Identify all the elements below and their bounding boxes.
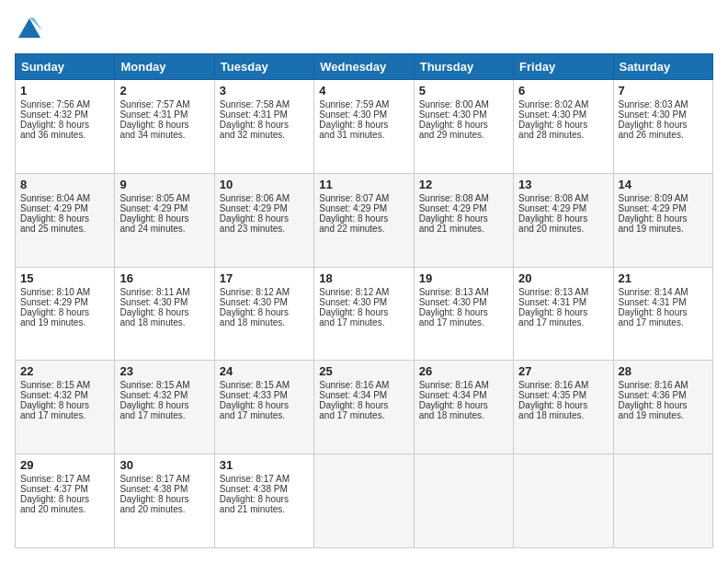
day-info: Sunrise: 7:56 AM xyxy=(20,99,109,109)
calendar-cell: 13Sunrise: 8:08 AMSunset: 4:29 PMDayligh… xyxy=(514,173,613,267)
calendar-cell: 16Sunrise: 8:11 AMSunset: 4:30 PMDayligh… xyxy=(115,267,214,361)
day-info: Daylight: 8 hours xyxy=(20,400,109,410)
day-number: 4 xyxy=(319,84,408,98)
day-info: Sunrise: 8:02 AM xyxy=(518,99,608,109)
calendar-cell: 31Sunrise: 8:17 AMSunset: 4:38 PMDayligh… xyxy=(214,454,313,548)
day-info: Daylight: 8 hours xyxy=(20,120,109,130)
logo xyxy=(15,15,48,44)
day-info: and 17 minutes. xyxy=(518,317,608,327)
day-info: Sunset: 4:37 PM xyxy=(20,484,109,494)
day-info: Daylight: 8 hours xyxy=(518,307,608,317)
day-info: Daylight: 8 hours xyxy=(518,120,608,130)
day-info: Daylight: 8 hours xyxy=(20,213,109,224)
day-number: 31 xyxy=(220,458,309,472)
day-info: Daylight: 8 hours xyxy=(518,400,608,410)
day-info: Sunset: 4:30 PM xyxy=(119,297,209,307)
day-info: Sunrise: 8:00 AM xyxy=(419,99,508,109)
day-info: and 20 minutes. xyxy=(518,224,608,234)
day-info: Sunrise: 7:58 AM xyxy=(220,99,309,109)
day-number: 25 xyxy=(319,364,408,378)
day-number: 15 xyxy=(20,271,109,285)
day-info: Sunset: 4:36 PM xyxy=(619,390,708,400)
day-number: 20 xyxy=(518,271,608,285)
weekday-header-row: SundayMondayTuesdayWednesdayThursdayFrid… xyxy=(16,54,713,80)
day-info: Sunrise: 8:17 AM xyxy=(20,474,109,484)
day-info: Sunrise: 8:15 AM xyxy=(220,380,309,390)
day-info: and 17 minutes. xyxy=(319,410,408,420)
day-info: Sunrise: 8:05 AM xyxy=(119,193,209,203)
day-info: Daylight: 8 hours xyxy=(619,213,708,224)
calendar-cell: 30Sunrise: 8:17 AMSunset: 4:38 PMDayligh… xyxy=(115,454,214,548)
day-info: and 17 minutes. xyxy=(319,317,408,327)
day-info: Daylight: 8 hours xyxy=(518,213,608,224)
calendar-cell: 1Sunrise: 7:56 AMSunset: 4:32 PMDaylight… xyxy=(16,80,115,174)
day-number: 17 xyxy=(220,271,309,285)
day-info: Sunrise: 8:13 AM xyxy=(419,287,508,297)
day-number: 3 xyxy=(220,84,309,98)
header xyxy=(15,15,713,44)
day-info: Daylight: 8 hours xyxy=(319,307,408,317)
day-info: Sunset: 4:30 PM xyxy=(419,297,508,307)
calendar-cell: 9Sunrise: 8:05 AMSunset: 4:29 PMDaylight… xyxy=(115,173,214,267)
calendar-header: SundayMondayTuesdayWednesdayThursdayFrid… xyxy=(16,54,713,80)
day-info: Sunset: 4:32 PM xyxy=(119,390,209,400)
day-info: and 31 minutes. xyxy=(319,130,408,140)
day-info: Sunrise: 8:16 AM xyxy=(419,380,508,390)
day-info: and 29 minutes. xyxy=(419,130,508,140)
day-info: and 17 minutes. xyxy=(20,410,109,420)
day-info: Sunset: 4:29 PM xyxy=(20,297,109,307)
day-info: Sunset: 4:38 PM xyxy=(119,484,209,494)
day-info: Sunrise: 8:12 AM xyxy=(220,287,309,297)
day-info: Sunrise: 8:17 AM xyxy=(119,474,209,484)
calendar-cell: 21Sunrise: 8:14 AMSunset: 4:31 PMDayligh… xyxy=(613,267,712,361)
day-info: Sunset: 4:29 PM xyxy=(419,203,508,213)
day-number: 26 xyxy=(419,364,508,378)
day-info: Sunset: 4:29 PM xyxy=(119,203,209,213)
day-info: and 28 minutes. xyxy=(518,130,608,140)
day-number: 1 xyxy=(20,84,109,98)
day-info: Sunset: 4:35 PM xyxy=(518,390,608,400)
day-info: Sunset: 4:29 PM xyxy=(518,203,608,213)
day-info: Sunrise: 8:16 AM xyxy=(319,380,408,390)
day-info: Daylight: 8 hours xyxy=(319,400,408,410)
day-number: 19 xyxy=(419,271,508,285)
weekday-tuesday: Tuesday xyxy=(214,54,313,80)
day-info: and 18 minutes. xyxy=(518,410,608,420)
day-info: Sunset: 4:29 PM xyxy=(20,203,109,213)
calendar-cell: 7Sunrise: 8:03 AMSunset: 4:30 PMDaylight… xyxy=(613,80,712,174)
weekday-friday: Friday xyxy=(514,54,613,80)
day-number: 7 xyxy=(619,84,708,98)
calendar-cell: 19Sunrise: 8:13 AMSunset: 4:30 PMDayligh… xyxy=(414,267,513,361)
day-number: 29 xyxy=(20,458,109,472)
day-info: and 36 minutes. xyxy=(20,130,109,140)
weekday-monday: Monday xyxy=(115,54,214,80)
day-info: Sunset: 4:30 PM xyxy=(518,109,608,120)
day-number: 14 xyxy=(619,178,708,191)
day-info: Daylight: 8 hours xyxy=(319,213,408,224)
day-info: Sunrise: 8:14 AM xyxy=(619,287,708,297)
day-info: Sunrise: 8:10 AM xyxy=(20,287,109,297)
day-info: Daylight: 8 hours xyxy=(419,307,508,317)
day-info: Daylight: 8 hours xyxy=(220,307,309,317)
day-info: and 17 minutes. xyxy=(220,410,309,420)
calendar-cell xyxy=(314,454,414,548)
day-number: 23 xyxy=(119,364,209,378)
day-info: Sunset: 4:31 PM xyxy=(518,297,608,307)
day-info: and 17 minutes. xyxy=(419,317,508,327)
weekday-saturday: Saturday xyxy=(613,54,712,80)
day-info: Sunrise: 8:12 AM xyxy=(319,287,408,297)
day-number: 16 xyxy=(119,271,209,285)
day-number: 27 xyxy=(518,364,608,378)
calendar-cell: 22Sunrise: 8:15 AMSunset: 4:32 PMDayligh… xyxy=(16,361,115,454)
day-info: and 18 minutes. xyxy=(220,317,309,327)
day-info: Daylight: 8 hours xyxy=(619,307,708,317)
calendar-cell: 24Sunrise: 8:15 AMSunset: 4:33 PMDayligh… xyxy=(214,361,313,454)
weekday-thursday: Thursday xyxy=(414,54,513,80)
calendar-cell: 12Sunrise: 8:08 AMSunset: 4:29 PMDayligh… xyxy=(414,173,513,267)
calendar-cell: 23Sunrise: 8:15 AMSunset: 4:32 PMDayligh… xyxy=(115,361,214,454)
day-info: and 32 minutes. xyxy=(220,130,309,140)
day-number: 10 xyxy=(220,178,309,191)
day-info: Daylight: 8 hours xyxy=(119,494,209,504)
day-info: Sunrise: 8:16 AM xyxy=(518,380,608,390)
day-info: Daylight: 8 hours xyxy=(419,213,508,224)
